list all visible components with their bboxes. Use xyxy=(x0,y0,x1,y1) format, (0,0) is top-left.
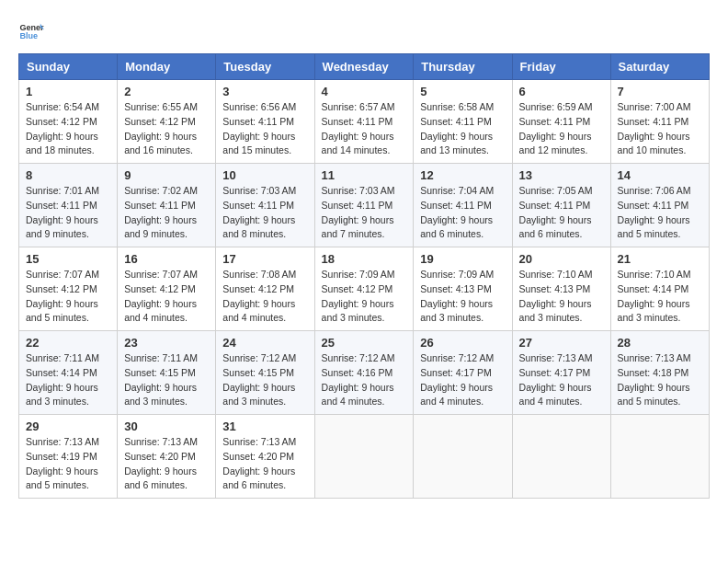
calendar-cell: 18 Sunrise: 7:09 AM Sunset: 4:12 PM Dayl… xyxy=(314,247,414,331)
day-info: Sunrise: 7:01 AM Sunset: 4:11 PM Dayligh… xyxy=(26,184,110,242)
calendar-cell: 14 Sunrise: 7:06 AM Sunset: 4:11 PM Dayl… xyxy=(610,164,709,247)
daylight-label: Daylight: 9 hours and 5 minutes. xyxy=(618,214,690,240)
calendar-cell xyxy=(610,415,709,499)
calendar-cell xyxy=(314,415,414,499)
daylight-label: Daylight: 9 hours and 6 minutes. xyxy=(519,214,592,240)
calendar-cell: 21 Sunrise: 7:10 AM Sunset: 4:14 PM Dayl… xyxy=(610,247,709,331)
daylight-label: Daylight: 9 hours and 3 minutes. xyxy=(519,298,592,324)
day-info: Sunrise: 7:03 AM Sunset: 4:11 PM Dayligh… xyxy=(222,184,307,242)
calendar-cell: 22 Sunrise: 7:11 AM Sunset: 4:14 PM Dayl… xyxy=(19,331,118,415)
sunrise-label: Sunrise: 7:03 AM xyxy=(222,185,296,196)
sunset-label: Sunset: 4:11 PM xyxy=(222,200,294,211)
daylight-label: Daylight: 9 hours and 3 minutes. xyxy=(26,382,98,408)
calendar-cell: 9 Sunrise: 7:02 AM Sunset: 4:11 PM Dayli… xyxy=(118,164,216,247)
sunset-label: Sunset: 4:11 PM xyxy=(519,200,591,211)
daylight-label: Daylight: 9 hours and 7 minutes. xyxy=(322,214,394,240)
calendar-cell: 28 Sunrise: 7:13 AM Sunset: 4:18 PM Dayl… xyxy=(610,331,709,415)
day-info: Sunrise: 7:07 AM Sunset: 4:12 PM Dayligh… xyxy=(26,268,110,326)
day-info: Sunrise: 7:03 AM Sunset: 4:11 PM Dayligh… xyxy=(322,184,407,242)
header-saturday: Saturday xyxy=(610,54,709,80)
sunrise-label: Sunrise: 7:04 AM xyxy=(420,185,494,196)
calendar-cell: 15 Sunrise: 7:07 AM Sunset: 4:12 PM Dayl… xyxy=(19,247,118,331)
daylight-label: Daylight: 9 hours and 9 minutes. xyxy=(26,214,98,240)
calendar-cell: 25 Sunrise: 7:12 AM Sunset: 4:16 PM Dayl… xyxy=(314,331,414,415)
sunset-label: Sunset: 4:17 PM xyxy=(420,367,492,378)
sunrise-label: Sunrise: 7:10 AM xyxy=(519,269,593,280)
sunrise-label: Sunrise: 7:05 AM xyxy=(519,185,593,196)
calendar-header-row: SundayMondayTuesdayWednesdayThursdayFrid… xyxy=(19,54,710,80)
day-number: 30 xyxy=(124,419,209,433)
daylight-label: Daylight: 9 hours and 3 minutes. xyxy=(124,382,197,408)
week-row-1: 1 Sunrise: 6:54 AM Sunset: 4:12 PM Dayli… xyxy=(19,80,710,164)
day-number: 27 xyxy=(519,336,604,350)
sunrise-label: Sunrise: 7:13 AM xyxy=(519,352,593,363)
sunrise-label: Sunrise: 7:10 AM xyxy=(618,269,691,280)
sunrise-label: Sunrise: 7:03 AM xyxy=(322,185,395,196)
day-info: Sunrise: 7:07 AM Sunset: 4:12 PM Dayligh… xyxy=(124,268,209,326)
daylight-label: Daylight: 9 hours and 13 minutes. xyxy=(420,131,493,156)
day-number: 8 xyxy=(26,168,110,182)
daylight-label: Daylight: 9 hours and 14 minutes. xyxy=(322,131,394,156)
day-number: 28 xyxy=(618,336,702,350)
day-info: Sunrise: 7:09 AM Sunset: 4:13 PM Dayligh… xyxy=(420,268,505,326)
week-row-4: 22 Sunrise: 7:11 AM Sunset: 4:14 PM Dayl… xyxy=(19,331,710,415)
header-sunday: Sunday xyxy=(19,54,118,80)
calendar-cell: 23 Sunrise: 7:11 AM Sunset: 4:15 PM Dayl… xyxy=(118,331,216,415)
day-info: Sunrise: 6:57 AM Sunset: 4:11 PM Dayligh… xyxy=(322,100,407,158)
calendar-cell: 17 Sunrise: 7:08 AM Sunset: 4:12 PM Dayl… xyxy=(216,247,314,331)
sunrise-label: Sunrise: 7:12 AM xyxy=(420,352,494,363)
day-info: Sunrise: 7:13 AM Sunset: 4:18 PM Dayligh… xyxy=(618,351,702,409)
sunset-label: Sunset: 4:12 PM xyxy=(322,283,393,294)
sunrise-label: Sunrise: 6:54 AM xyxy=(26,101,99,112)
day-info: Sunrise: 6:59 AM Sunset: 4:11 PM Dayligh… xyxy=(519,100,604,158)
day-number: 6 xyxy=(519,85,604,98)
calendar-cell: 26 Sunrise: 7:12 AM Sunset: 4:17 PM Dayl… xyxy=(414,331,512,415)
header-tuesday: Tuesday xyxy=(216,54,314,80)
calendar-cell: 5 Sunrise: 6:58 AM Sunset: 4:11 PM Dayli… xyxy=(414,80,512,164)
day-number: 11 xyxy=(322,168,407,182)
day-number: 22 xyxy=(26,336,110,350)
day-number: 21 xyxy=(618,252,702,266)
daylight-label: Daylight: 9 hours and 4 minutes. xyxy=(222,298,295,324)
sunset-label: Sunset: 4:15 PM xyxy=(222,367,294,378)
header: General Blue xyxy=(18,18,710,44)
daylight-label: Daylight: 9 hours and 6 minutes. xyxy=(222,465,295,491)
sunset-label: Sunset: 4:11 PM xyxy=(618,116,689,127)
day-number: 26 xyxy=(420,336,505,350)
daylight-label: Daylight: 9 hours and 15 minutes. xyxy=(222,131,295,156)
sunrise-label: Sunrise: 7:11 AM xyxy=(26,352,99,363)
daylight-label: Daylight: 9 hours and 9 minutes. xyxy=(124,214,197,240)
sunset-label: Sunset: 4:12 PM xyxy=(26,116,97,127)
day-info: Sunrise: 7:09 AM Sunset: 4:12 PM Dayligh… xyxy=(322,268,407,326)
day-number: 5 xyxy=(420,85,505,98)
day-number: 4 xyxy=(322,85,407,98)
sunrise-label: Sunrise: 7:08 AM xyxy=(222,269,296,280)
day-info: Sunrise: 7:10 AM Sunset: 4:14 PM Dayligh… xyxy=(618,268,702,326)
daylight-label: Daylight: 9 hours and 6 minutes. xyxy=(124,465,197,491)
day-number: 25 xyxy=(322,336,407,350)
week-row-5: 29 Sunrise: 7:13 AM Sunset: 4:19 PM Dayl… xyxy=(19,415,710,499)
sunset-label: Sunset: 4:20 PM xyxy=(222,451,294,462)
day-info: Sunrise: 6:54 AM Sunset: 4:12 PM Dayligh… xyxy=(26,100,110,158)
daylight-label: Daylight: 9 hours and 8 minutes. xyxy=(222,214,295,240)
sunrise-label: Sunrise: 7:06 AM xyxy=(618,185,691,196)
sunrise-label: Sunrise: 7:12 AM xyxy=(222,352,296,363)
day-info: Sunrise: 7:08 AM Sunset: 4:12 PM Dayligh… xyxy=(222,268,307,326)
day-info: Sunrise: 7:11 AM Sunset: 4:15 PM Dayligh… xyxy=(124,351,209,409)
calendar-cell: 8 Sunrise: 7:01 AM Sunset: 4:11 PM Dayli… xyxy=(19,164,118,247)
header-friday: Friday xyxy=(512,54,610,80)
sunrise-label: Sunrise: 6:59 AM xyxy=(519,101,593,112)
daylight-label: Daylight: 9 hours and 4 minutes. xyxy=(124,298,197,324)
header-wednesday: Wednesday xyxy=(314,54,414,80)
sunset-label: Sunset: 4:11 PM xyxy=(124,200,196,211)
sunset-label: Sunset: 4:14 PM xyxy=(618,283,689,294)
sunrise-label: Sunrise: 7:13 AM xyxy=(618,352,691,363)
calendar-cell: 31 Sunrise: 7:13 AM Sunset: 4:20 PM Dayl… xyxy=(216,415,314,499)
daylight-label: Daylight: 9 hours and 5 minutes. xyxy=(26,298,98,324)
day-info: Sunrise: 7:00 AM Sunset: 4:11 PM Dayligh… xyxy=(618,100,702,158)
calendar-cell xyxy=(414,415,512,499)
calendar-cell: 4 Sunrise: 6:57 AM Sunset: 4:11 PM Dayli… xyxy=(314,80,414,164)
sunset-label: Sunset: 4:16 PM xyxy=(322,367,393,378)
day-number: 17 xyxy=(222,252,307,266)
calendar-cell: 13 Sunrise: 7:05 AM Sunset: 4:11 PM Dayl… xyxy=(512,164,610,247)
